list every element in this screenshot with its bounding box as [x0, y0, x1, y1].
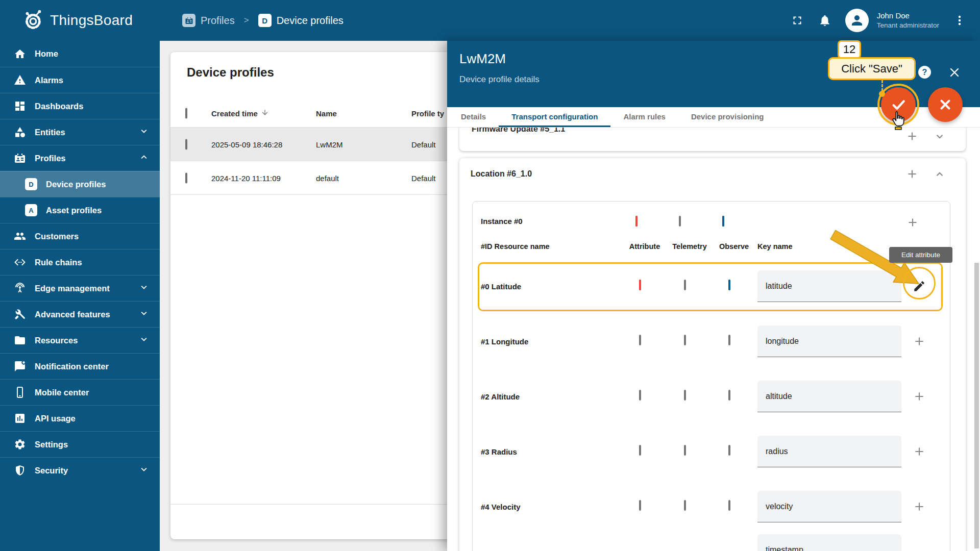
row-checkbox[interactable] [185, 139, 187, 149]
instance-observe-checkbox[interactable] [722, 216, 724, 227]
chevron-down-icon [138, 282, 150, 295]
key-name-input[interactable]: latitude [757, 270, 901, 302]
sidebar-item-advanced-features[interactable]: Advanced features [0, 301, 160, 327]
location-section: Location #6_1.0 Instance #0 #ID Resource… [459, 158, 966, 551]
key-name-input[interactable]: timestamp [757, 534, 901, 551]
tab-transport-configuration[interactable]: Transport configuration [499, 107, 610, 127]
breadcrumb-section[interactable]: Profiles [201, 15, 235, 27]
add-instance-icon[interactable] [905, 130, 919, 145]
add-key-icon[interactable] [911, 498, 928, 515]
resource-row-radius: #3 Radius radius [473, 424, 950, 479]
chevron-up-icon [138, 152, 150, 165]
save-button[interactable] [881, 87, 916, 122]
telemetry-checkbox[interactable] [684, 500, 686, 511]
select-all-checkbox[interactable] [185, 108, 187, 119]
telemetry-checkbox[interactable] [684, 390, 686, 400]
telemetry-checkbox[interactable] [684, 280, 686, 290]
instance-telemetry-checkbox[interactable] [679, 216, 681, 227]
telemetry-checkbox[interactable] [684, 335, 686, 345]
sidebar-item-rule-chains[interactable]: Rule chains [0, 249, 160, 275]
add-resource-icon[interactable] [906, 216, 919, 231]
key-name-input[interactable]: longitude [757, 325, 901, 357]
sidebar-item-notification-center[interactable]: Notification center [0, 353, 160, 379]
column-id-resource-name: #ID Resource name [481, 242, 550, 251]
tab-alarm-rules[interactable]: Alarm rules [610, 107, 678, 127]
sidebar-item-settings[interactable]: Settings [0, 431, 160, 457]
key-name-input[interactable]: altitude [757, 381, 901, 412]
attribute-checkbox[interactable] [639, 445, 641, 456]
sidebar-item-profiles[interactable]: Profiles [0, 145, 160, 171]
fullscreen-icon[interactable] [790, 13, 804, 28]
row-checkbox[interactable] [185, 172, 187, 183]
chevron-down-icon [138, 464, 150, 477]
cancel-button[interactable] [928, 87, 963, 122]
instance-label: Instance #0 [481, 217, 523, 226]
sidebar-item-asset-profiles[interactable]: A Asset profiles [0, 197, 160, 223]
top-bar: ThingsBoard Profiles > D Device profiles… [0, 0, 980, 41]
drawer-title: LwM2M [459, 51, 506, 67]
sidebar-item-mobile-center[interactable]: Mobile center [0, 379, 160, 405]
device-profile-icon: D [258, 14, 272, 27]
telemetry-checkbox[interactable] [684, 445, 686, 456]
chevron-down-icon [138, 308, 150, 321]
key-name-input[interactable]: radius [757, 436, 901, 467]
sidebar-item-security[interactable]: Security [0, 457, 160, 483]
top-actions: John Doe Tenant administrator [790, 9, 980, 32]
add-key-icon[interactable] [911, 333, 928, 350]
tools-icon [13, 308, 27, 321]
observe-checkbox[interactable] [728, 280, 730, 290]
app-logo[interactable]: ThingsBoard [0, 8, 160, 33]
resource-row-longitude: #1 Longitude longitude [473, 314, 950, 369]
rule-chains-icon [13, 256, 27, 269]
observe-checkbox[interactable] [728, 500, 730, 511]
breadcrumb: Profiles > D Device profiles [182, 14, 344, 27]
observe-checkbox[interactable] [728, 335, 730, 345]
page-title: Device profiles [187, 65, 274, 80]
help-icon[interactable]: ? [918, 66, 931, 79]
notifications-bell-icon[interactable] [818, 13, 832, 28]
tab-device-provisioning[interactable]: Device provisioning [678, 107, 777, 127]
add-key-icon[interactable] [911, 443, 928, 460]
sidebar-item-customers[interactable]: Customers [0, 223, 160, 249]
drawer-body: Firmware Update #5_1.1 Location #6_1.0 I… [447, 128, 980, 551]
sidebar-item-edge-management[interactable]: Edge management [0, 275, 160, 301]
add-instance-icon[interactable] [905, 167, 919, 183]
observe-checkbox[interactable] [728, 445, 730, 456]
edit-attribute-button[interactable] [911, 278, 928, 295]
user-info: John Doe Tenant administrator [877, 11, 939, 30]
attribute-checkbox[interactable] [639, 335, 641, 345]
key-name-input[interactable]: velocity [757, 491, 901, 522]
phone-icon [13, 386, 27, 399]
attribute-checkbox[interactable] [639, 500, 641, 511]
add-key-icon[interactable] [911, 388, 928, 405]
collapse-section-icon[interactable] [933, 167, 946, 183]
observe-checkbox[interactable] [728, 390, 730, 400]
sidebar-item-device-profiles[interactable]: D Device profiles [0, 171, 160, 197]
column-name[interactable]: Name [316, 109, 337, 118]
close-icon[interactable] [948, 66, 961, 79]
sidebar-item-home[interactable]: Home [0, 41, 160, 67]
expand-section-icon[interactable] [933, 130, 946, 145]
breadcrumb-page[interactable]: Device profiles [277, 15, 344, 27]
attribute-checkbox[interactable] [639, 390, 641, 400]
sidebar-item-alarms[interactable]: Alarms [0, 67, 160, 93]
tab-details[interactable]: Details [448, 107, 499, 127]
sidebar-item-dashboards[interactable]: Dashboards [0, 93, 160, 119]
sort-descending-icon[interactable] [261, 109, 269, 118]
scrollbar-thumb[interactable] [974, 263, 979, 548]
asset-profiles-icon: A [24, 204, 38, 217]
kebab-menu-icon[interactable] [952, 13, 967, 28]
user-avatar[interactable] [845, 9, 869, 32]
chevron-down-icon [138, 334, 150, 347]
sidebar: Home Alarms Dashboards Entities Profiles… [0, 41, 160, 551]
column-profile-type[interactable]: Profile ty [411, 109, 444, 118]
instance-attribute-checkbox[interactable] [635, 216, 638, 227]
resource-row-velocity: #4 Velocity velocity [473, 479, 950, 534]
sidebar-item-api-usage[interactable]: API usage [0, 405, 160, 431]
resource-rows: #0 Latitude latitude #1 Longitude [473, 259, 950, 551]
attribute-checkbox[interactable] [639, 280, 641, 290]
column-created-time[interactable]: Created time [211, 109, 258, 118]
sidebar-item-entities[interactable]: Entities [0, 119, 160, 145]
sidebar-item-resources[interactable]: Resources [0, 327, 160, 353]
column-key-name: Key name [757, 242, 793, 251]
